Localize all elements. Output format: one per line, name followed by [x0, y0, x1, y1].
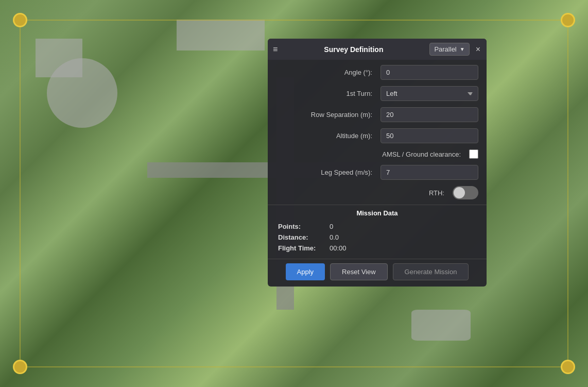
generate-mission-button[interactable]: Generate Mission: [393, 263, 469, 280]
distance-label: Distance:: [278, 233, 330, 241]
flight-time-label: Flight Time:: [278, 244, 330, 252]
leg-speed-input[interactable]: [381, 165, 478, 180]
points-row: Points: 0: [278, 221, 476, 232]
rth-toggle[interactable]: [453, 186, 478, 199]
altitude-row: Altitude (m):: [268, 125, 487, 146]
rth-label: RTH:: [276, 189, 453, 197]
hamburger-icon[interactable]: ≡: [273, 45, 278, 54]
points-label: Points:: [278, 223, 330, 230]
mode-label: Parallel: [434, 45, 456, 53]
leg-speed-label: Leg Speed (m/s):: [276, 169, 381, 176]
angle-label: Angle (°):: [276, 69, 381, 76]
mission-data-header: Mission Data: [268, 205, 487, 220]
building-rect3: [411, 310, 470, 341]
first-turn-row: 1st Turn: Left Right: [268, 83, 487, 104]
form-section: Angle (°): 1st Turn: Left Right Row Sepa…: [268, 60, 487, 205]
altitude-input[interactable]: [381, 128, 478, 143]
corner-handle-top-left[interactable]: [13, 13, 27, 27]
amsl-row: AMSL / Ground clearance:: [268, 146, 487, 162]
leg-speed-row: Leg Speed (m/s):: [268, 162, 487, 183]
distance-row: Distance: 0.0: [278, 232, 476, 243]
close-button[interactable]: ×: [475, 45, 481, 54]
rth-row: RTH:: [268, 183, 487, 203]
angle-row: Angle (°):: [268, 62, 487, 83]
rth-toggle-thumb: [454, 187, 465, 198]
panel-title: Survey Definition: [283, 45, 424, 54]
distance-value: 0.0: [330, 233, 339, 241]
first-turn-select[interactable]: Left Right: [381, 86, 478, 101]
row-separation-row: Row Separation (m):: [268, 104, 487, 125]
mode-dropdown[interactable]: Parallel ▼: [429, 43, 469, 56]
apply-button[interactable]: Apply: [286, 263, 325, 280]
flight-time-row: Flight Time: 00:00: [278, 243, 476, 254]
rth-toggle-track: [453, 186, 478, 199]
panel-header: ≡ Survey Definition Parallel ▼ ×: [268, 39, 487, 60]
building-rect1: [36, 39, 82, 77]
amsl-checkbox[interactable]: [469, 149, 478, 159]
altitude-label: Altitude (m):: [276, 132, 381, 140]
amsl-label: AMSL / Ground clearance:: [276, 150, 469, 158]
survey-panel: ≡ Survey Definition Parallel ▼ × Angle (…: [268, 39, 487, 287]
corner-handle-bottom-right[interactable]: [561, 360, 575, 374]
flight-time-value: 00:00: [330, 244, 347, 252]
mission-data-body: Points: 0 Distance: 0.0 Flight Time: 00:…: [268, 220, 487, 259]
chevron-down-icon: ▼: [460, 46, 465, 52]
points-value: 0: [330, 223, 333, 230]
row-separation-input[interactable]: [381, 107, 478, 122]
first-turn-label: 1st Turn:: [276, 90, 381, 97]
button-row: Apply Reset View Generate Mission: [268, 259, 487, 287]
row-separation-label: Row Separation (m):: [276, 111, 381, 119]
angle-input[interactable]: [381, 65, 478, 80]
corner-handle-bottom-left[interactable]: [13, 360, 27, 374]
reset-view-button[interactable]: Reset View: [330, 263, 388, 280]
corner-handle-top-right[interactable]: [561, 13, 575, 27]
first-turn-select-wrapper: Left Right: [381, 86, 478, 101]
building-rect2: [177, 20, 265, 51]
